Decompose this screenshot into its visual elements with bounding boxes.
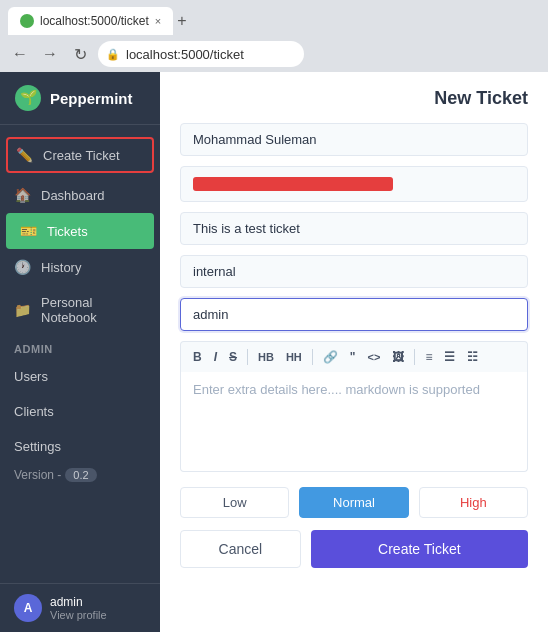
markdown-toolbar: B I S HB HH 🔗 " <> 🖼 ≡ ☰ ☷ bbox=[180, 341, 528, 372]
sidebar-item-notebook-label: Personal Notebook bbox=[41, 295, 146, 325]
sidebar-item-dashboard[interactable]: 🏠 Dashboard bbox=[0, 177, 160, 213]
sidebar-item-history-label: History bbox=[41, 260, 81, 275]
version-label: Version - bbox=[14, 468, 61, 482]
address-wrapper bbox=[98, 41, 540, 67]
sidebar-item-create-ticket[interactable]: ✏️ Create Ticket bbox=[6, 137, 154, 173]
action-group: Cancel Create Ticket bbox=[180, 530, 528, 568]
priority-low-button[interactable]: Low bbox=[180, 487, 289, 518]
tab-title: localhost:5000/ticket bbox=[40, 14, 149, 28]
back-button[interactable]: ← bbox=[8, 42, 32, 66]
version-badge: Version - 0.2 bbox=[0, 464, 160, 486]
editor-group: B I S HB HH 🔗 " <> 🖼 ≡ ☰ ☷ Enter extra d… bbox=[180, 341, 528, 475]
assigned-input[interactable] bbox=[180, 298, 528, 331]
admin-section-label: ADMIN bbox=[0, 335, 160, 359]
subject-group bbox=[180, 212, 528, 245]
client-name-group bbox=[180, 123, 528, 156]
client-name-input[interactable] bbox=[180, 123, 528, 156]
logo-text: Peppermint bbox=[50, 90, 133, 107]
h2-button[interactable]: HH bbox=[282, 349, 306, 365]
sidebar-item-users[interactable]: Users bbox=[0, 359, 160, 394]
image-button[interactable]: 🖼 bbox=[388, 348, 408, 366]
main-content: New Ticket B I S HB HH bbox=[160, 72, 548, 632]
dashboard-icon: 🏠 bbox=[14, 187, 31, 203]
task-button[interactable]: ☷ bbox=[463, 348, 482, 366]
editor-textarea[interactable]: Enter extra details here.... markdown is… bbox=[180, 372, 528, 472]
browser-chrome: localhost:5000/ticket × + ← → ↻ bbox=[0, 0, 548, 72]
sidebar: 🌱 Peppermint ✏️ Create Ticket 🏠 Dashboar… bbox=[0, 72, 160, 632]
code-button[interactable]: <> bbox=[364, 349, 385, 365]
sidebar-item-clients[interactable]: Clients bbox=[0, 394, 160, 429]
view-profile-link[interactable]: View profile bbox=[50, 609, 107, 621]
sidebar-item-tickets-label: Tickets bbox=[47, 224, 88, 239]
address-bar: ← → ↻ bbox=[0, 36, 548, 72]
sidebar-item-clients-label: Clients bbox=[14, 404, 54, 419]
link-button[interactable]: 🔗 bbox=[319, 348, 342, 366]
sidebar-item-settings-label: Settings bbox=[14, 439, 61, 454]
sidebar-footer: A admin View profile bbox=[0, 583, 160, 632]
tickets-icon: 🎫 bbox=[20, 223, 37, 239]
svg-text:🌱: 🌱 bbox=[20, 89, 38, 106]
history-icon: 🕐 bbox=[14, 259, 31, 275]
tab-bar: localhost:5000/ticket × + bbox=[0, 0, 548, 36]
cancel-button[interactable]: Cancel bbox=[180, 530, 301, 568]
type-input[interactable] bbox=[180, 255, 528, 288]
refresh-button[interactable]: ↻ bbox=[68, 42, 92, 66]
category-group bbox=[180, 166, 528, 202]
tab-close-button[interactable]: × bbox=[155, 15, 161, 27]
h1-button[interactable]: HB bbox=[254, 349, 278, 365]
strikethrough-button[interactable]: S bbox=[225, 348, 241, 366]
sidebar-item-tickets[interactable]: 🎫 Tickets bbox=[6, 213, 154, 249]
app-wrapper: 🌱 Peppermint ✏️ Create Ticket 🏠 Dashboar… bbox=[0, 72, 548, 632]
toolbar-separator-2 bbox=[312, 349, 313, 365]
sidebar-item-settings[interactable]: Settings bbox=[0, 429, 160, 464]
assigned-group bbox=[180, 298, 528, 331]
notebook-icon: 📁 bbox=[14, 302, 31, 318]
sidebar-nav: ✏️ Create Ticket 🏠 Dashboard 🎫 Tickets 🕐… bbox=[0, 125, 160, 583]
create-ticket-icon: ✏️ bbox=[16, 147, 33, 163]
tab-favicon bbox=[20, 14, 34, 28]
logo-icon: 🌱 bbox=[14, 84, 42, 112]
priority-normal-button[interactable]: Normal bbox=[299, 487, 408, 518]
ol-button[interactable]: ☰ bbox=[440, 348, 459, 366]
quote-button[interactable]: " bbox=[346, 348, 360, 366]
active-tab[interactable]: localhost:5000/ticket × bbox=[8, 7, 173, 35]
toolbar-separator-3 bbox=[414, 349, 415, 365]
priority-high-button[interactable]: High bbox=[419, 487, 528, 518]
ul-button[interactable]: ≡ bbox=[421, 348, 436, 366]
sidebar-item-history[interactable]: 🕐 History bbox=[0, 249, 160, 285]
sidebar-item-personal-notebook[interactable]: 📁 Personal Notebook bbox=[0, 285, 160, 335]
create-ticket-button[interactable]: Create Ticket bbox=[311, 530, 528, 568]
user-name: admin bbox=[50, 595, 107, 609]
page-title: New Ticket bbox=[180, 88, 528, 109]
italic-button[interactable]: I bbox=[210, 348, 221, 366]
sidebar-logo: 🌱 Peppermint bbox=[0, 72, 160, 125]
bold-button[interactable]: B bbox=[189, 348, 206, 366]
user-info: admin View profile bbox=[50, 595, 107, 621]
redacted-bar bbox=[193, 177, 393, 191]
sidebar-item-users-label: Users bbox=[14, 369, 48, 384]
address-input[interactable] bbox=[98, 41, 304, 67]
category-field[interactable] bbox=[180, 166, 528, 202]
type-group bbox=[180, 255, 528, 288]
new-tab-button[interactable]: + bbox=[177, 12, 186, 30]
user-avatar: A bbox=[14, 594, 42, 622]
priority-group: Low Normal High bbox=[180, 487, 528, 518]
version-number: 0.2 bbox=[65, 468, 96, 482]
forward-button[interactable]: → bbox=[38, 42, 62, 66]
sidebar-item-create-ticket-label: Create Ticket bbox=[43, 148, 120, 163]
sidebar-item-dashboard-label: Dashboard bbox=[41, 188, 105, 203]
subject-input[interactable] bbox=[180, 212, 528, 245]
toolbar-separator-1 bbox=[247, 349, 248, 365]
